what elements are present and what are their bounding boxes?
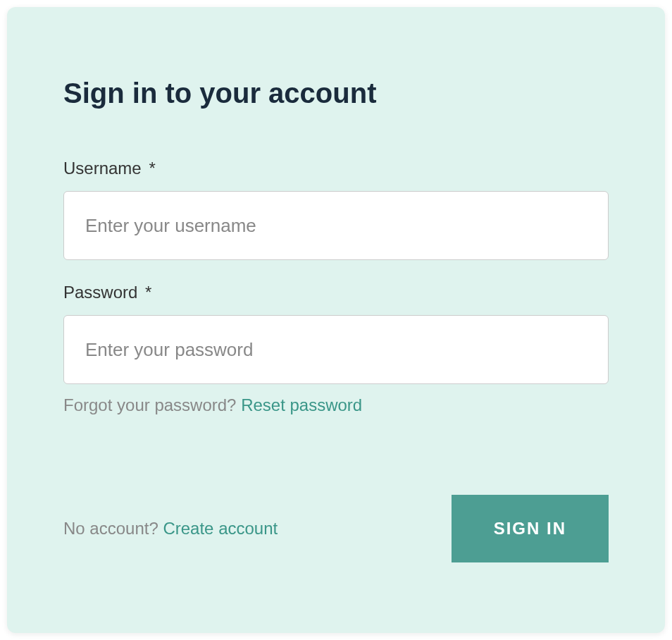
no-account-text: No account?: [63, 519, 163, 538]
sign-in-button[interactable]: SIGN IN: [452, 495, 609, 562]
username-field-group: Username *: [63, 159, 609, 260]
forgot-password-row: Forgot your password? Reset password: [63, 395, 609, 415]
login-title: Sign in to your account: [63, 78, 609, 109]
password-required-mark: *: [145, 283, 151, 302]
username-label: Username *: [63, 159, 609, 178]
username-label-text: Username: [63, 159, 142, 178]
username-required-mark: *: [149, 159, 155, 178]
username-input[interactable]: [63, 191, 609, 260]
password-label-text: Password: [63, 283, 137, 302]
create-account-link[interactable]: Create account: [163, 519, 278, 538]
password-input[interactable]: [63, 315, 609, 384]
signup-block: No account? Create account: [63, 519, 278, 539]
login-footer: No account? Create account SIGN IN: [63, 495, 609, 562]
reset-password-link[interactable]: Reset password: [241, 395, 362, 414]
forgot-password-text: Forgot your password?: [63, 395, 241, 414]
login-card: Sign in to your account Username * Passw…: [7, 7, 665, 633]
password-label: Password *: [63, 283, 609, 302]
password-field-group: Password * Forgot your password? Reset p…: [63, 283, 609, 415]
